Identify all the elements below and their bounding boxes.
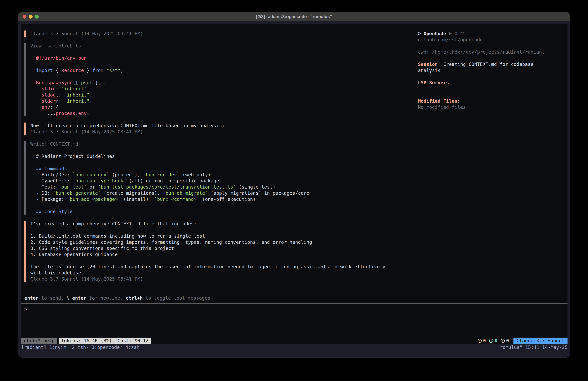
- tmux-status-bar: [radiant] 1:nvim 2:zsh- 3:opencode* 4:zs…: [21, 344, 567, 351]
- text-line: [30, 202, 392, 208]
- text-line: Bun.spawnSync([`psql`], {: [30, 80, 392, 86]
- text-line: Session: Creating CONTEXT.md for codebas…: [418, 61, 549, 73]
- help-hint-label: help: [41, 337, 55, 344]
- titlebar: [2/3] radiant:3:opencode - "romulus": [18, 12, 570, 21]
- text-line: - DB: `bun db generate` (create migratio…: [30, 190, 392, 196]
- text-line: stdin: "inherit",: [30, 86, 392, 92]
- prompt-input[interactable]: >: [24, 306, 27, 312]
- text-line: enter to send, \+enter for newline, ctrl…: [24, 295, 210, 301]
- text-line: - TypeCheck: `bun run typecheck` (all) o…: [30, 178, 392, 184]
- text-line: 3. CSS styling conventions specific to t…: [30, 245, 392, 251]
- keybinding-hints: enter to send, \+enter for newline, ctrl…: [24, 295, 210, 301]
- tmux-window-list[interactable]: [radiant] 1:nvim 2:zsh- 3:opencode* 4:zs…: [21, 344, 139, 350]
- assistant-message-block: I've created a comprehensive CONTEXT.md …: [24, 221, 392, 282]
- text-line: - Test: `bun test` or `bun test packages…: [30, 184, 392, 190]
- text-line: I've created a comprehensive CONTEXT.md …: [30, 221, 392, 227]
- text-line: Claude 3.7 Sonnet (14 May 2025 03:41 PM): [30, 276, 392, 282]
- diagnostic-h-icon: h: [501, 339, 505, 343]
- diagnostic-w-icon: w: [478, 339, 482, 343]
- help-hint-key: ctrl+?: [23, 337, 41, 344]
- text-line: [30, 61, 392, 67]
- text-line: import { Resource } from "sst";: [30, 67, 392, 73]
- minimize-button[interactable]: [29, 15, 33, 19]
- opencode-tui: Claude 3.7 Sonnet (14 May 2025 03:41 PM)…: [21, 24, 567, 344]
- text-line: ## Commands: [30, 165, 392, 172]
- text-line: - Build/Dev: `bun run dev` (project), `b…: [30, 172, 392, 178]
- window-controls: [22, 12, 39, 21]
- text-line: Claude 3.7 Sonnet (14 May 2025 03:41 PM): [30, 129, 392, 135]
- diagnostics-counters: w0i0h0: [478, 337, 509, 344]
- text-line: No modified files: [418, 104, 549, 110]
- diagnostic-i-icon: i: [489, 339, 493, 343]
- text-line: [418, 43, 549, 49]
- text-line: 1. Build/lint/test commands including ho…: [30, 233, 392, 239]
- text-line: [418, 73, 549, 80]
- tmux-host-clock: "romulus" 15:41 14-May-25: [497, 344, 568, 350]
- prompt-chevron-icon: >: [24, 307, 27, 312]
- text-line: [30, 49, 392, 55]
- text-line: The file is concise (20 lines) and captu…: [30, 264, 392, 276]
- diagnostic-i-count: i0: [489, 337, 497, 344]
- text-line: View: script/db.ts: [30, 43, 392, 49]
- text-line: [30, 147, 392, 153]
- text-line: - Package: `bun add <package>` (install)…: [30, 196, 392, 202]
- text-line: LSP Servers: [418, 80, 549, 86]
- assistant-message-block: Now I'll create a comprehensive CONTEXT.…: [24, 123, 392, 135]
- text-line: cwd: /home/thdxr/dev/projects/radiant/ra…: [418, 49, 549, 55]
- text-line: stderr: "inherit",: [30, 98, 392, 104]
- text-line: Write: CONTEXT.md: [30, 141, 392, 147]
- close-button[interactable]: [22, 15, 26, 19]
- input-divider: [21, 303, 567, 304]
- text-line: 4. Database operations guidance: [30, 251, 392, 257]
- text-line: Claude 3.7 Sonnet (14 May 2025 03:41 PM): [30, 30, 392, 37]
- text-line: env: {: [30, 104, 392, 110]
- sidebar: © OpenCode 0.0.45github.com/sst/opencode…: [418, 30, 549, 110]
- text-line: #!/usr/bin/env bun: [30, 55, 392, 61]
- zoom-button[interactable]: [35, 15, 39, 19]
- assistant-message-block: Claude 3.7 Sonnet (14 May 2025 03:41 PM): [24, 30, 392, 37]
- text-line: # Radiant Project Guidelines: [30, 153, 392, 159]
- text-line: [418, 55, 549, 61]
- diagnostic-h-count: h0: [501, 337, 509, 344]
- text-line: [30, 227, 392, 233]
- diagnostic-w-count: w0: [478, 337, 486, 344]
- diagnostic-count-value: 0: [495, 337, 497, 344]
- text-line: [418, 86, 549, 92]
- text-line: © OpenCode 0.0.45: [418, 30, 549, 37]
- text-line: 2. Code style guidelines covering import…: [30, 239, 392, 245]
- tool-call-block: Write: CONTEXT.md # Radiant Project Guid…: [24, 141, 392, 215]
- text-line: [30, 73, 392, 80]
- text-line: [418, 92, 549, 98]
- text-line: github.com/sst/opencode: [418, 37, 549, 43]
- text-line: [30, 159, 392, 165]
- status-bar: ctrl+? help Tokens: 16.4K (8%), Cost: $0…: [21, 337, 567, 344]
- text-line: stdout: "inherit",: [30, 92, 392, 98]
- model-badge[interactable]: Claude 3.7 Sonnet: [513, 337, 567, 344]
- token-usage-badge: Tokens: 16.4K (8%), Cost: $0.12: [59, 337, 151, 344]
- text-line: [30, 257, 392, 264]
- text-line: Now I'll create a comprehensive CONTEXT.…: [30, 123, 392, 129]
- window-title: [2/3] radiant:3:opencode - "romulus": [256, 14, 332, 19]
- text-line: ## Code Style: [30, 208, 392, 215]
- diagnostic-count-value: 0: [483, 337, 486, 344]
- text-line: Modified Files:: [418, 98, 549, 104]
- text-line: ...process.env,: [30, 110, 392, 116]
- statusbar-spacer: [151, 337, 478, 344]
- desktop: { "window": { "title": "[2/3] radiant:3:…: [0, 0, 588, 381]
- terminal-window: [2/3] radiant:3:opencode - "romulus" Cla…: [18, 12, 570, 358]
- chat-log[interactable]: Claude 3.7 Sonnet (14 May 2025 03:41 PM)…: [21, 24, 567, 337]
- diagnostic-count-value: 0: [506, 337, 509, 344]
- tool-call-block: View: script/db.ts #!/usr/bin/env bun im…: [24, 43, 392, 116]
- help-hint-badge[interactable]: ctrl+? help: [21, 337, 57, 344]
